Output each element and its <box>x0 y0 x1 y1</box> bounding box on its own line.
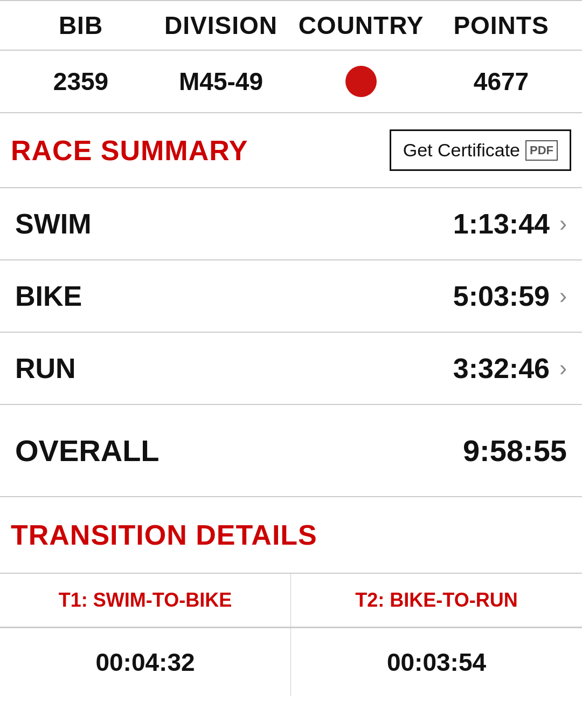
athlete-data-row: 2359 M45-49 4677 <box>0 51 582 113</box>
bike-row[interactable]: BIKE 5:03:59 › <box>0 260 582 333</box>
transition-values: 00:04:32 00:03:54 <box>0 628 582 696</box>
division-header: DIVISION <box>151 11 291 40</box>
swim-label: SWIM <box>15 208 92 240</box>
bib-value: 2359 <box>11 67 151 96</box>
swim-time: 1:13:44 <box>453 208 550 240</box>
swim-row[interactable]: SWIM 1:13:44 › <box>0 188 582 260</box>
pdf-icon: PDF <box>525 140 558 161</box>
points-value: 4677 <box>431 67 571 96</box>
transition-details-title: TRANSITION DETAILS <box>11 519 571 551</box>
overall-row: OVERALL 9:58:55 <box>0 405 582 497</box>
run-right: 3:32:46 › <box>453 352 567 384</box>
race-summary-header: RACE SUMMARY Get Certificate PDF <box>0 113 582 188</box>
overall-label: OVERALL <box>15 433 160 468</box>
swim-right: 1:13:44 › <box>453 208 567 240</box>
swim-chevron-icon: › <box>559 211 567 237</box>
t2-time: 00:03:54 <box>291 628 582 696</box>
run-chevron-icon: › <box>559 355 567 381</box>
cert-button-label: Get Certificate <box>403 140 520 161</box>
division-value: M45-49 <box>151 67 291 96</box>
race-summary-title: RACE SUMMARY <box>11 134 248 167</box>
points-header: POINTS <box>431 11 571 40</box>
country-header: COUNTRY <box>291 11 431 40</box>
t2-header: T2: BIKE-TO-RUN <box>291 574 582 627</box>
bib-header: BIB <box>11 11 151 40</box>
transition-details-header: TRANSITION DETAILS <box>0 497 582 574</box>
t1-header: T1: SWIM-TO-BIKE <box>0 574 291 627</box>
bike-label: BIKE <box>15 280 82 312</box>
overall-time: 9:58:55 <box>463 433 567 468</box>
transition-cols: T1: SWIM-TO-BIKE T2: BIKE-TO-RUN <box>0 574 582 628</box>
t1-time: 00:04:32 <box>0 628 291 696</box>
bike-time: 5:03:59 <box>453 280 550 312</box>
country-flag-dot <box>345 66 377 97</box>
page-container: BIB DIVISION COUNTRY POINTS 2359 M45-49 … <box>0 0 582 696</box>
bike-right: 5:03:59 › <box>453 280 567 312</box>
country-flag-cell <box>291 66 431 97</box>
run-row[interactable]: RUN 3:32:46 › <box>0 333 582 405</box>
run-label: RUN <box>15 352 76 384</box>
bike-chevron-icon: › <box>559 283 567 309</box>
table-header-row: BIB DIVISION COUNTRY POINTS <box>0 0 582 51</box>
get-certificate-button[interactable]: Get Certificate PDF <box>390 129 571 171</box>
run-time: 3:32:46 <box>453 352 550 384</box>
